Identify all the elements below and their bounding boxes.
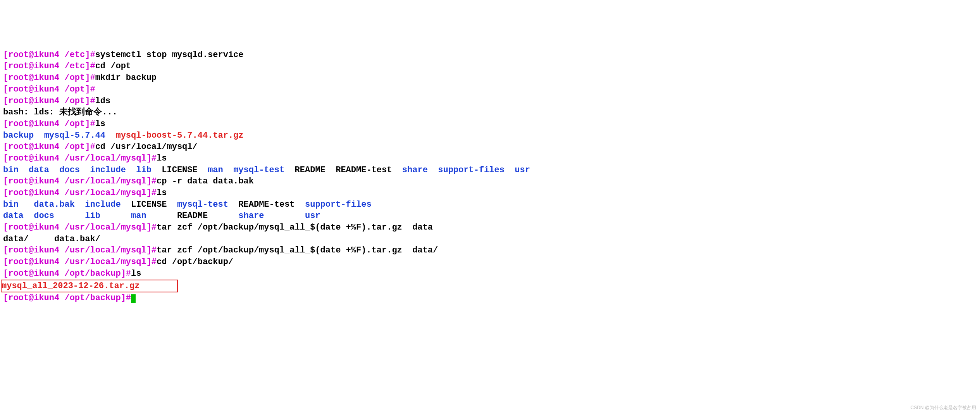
- terminal-output[interactable]: [root@ikun4 /etc]#systemctl stop mysqld.…: [3, 49, 977, 304]
- file-entry: README: [177, 211, 208, 221]
- dir-entry: mysql-5.7.44: [44, 131, 105, 140]
- dir-entry: include: [85, 200, 121, 209]
- dir-entry: usr: [515, 165, 530, 175]
- dir-entry: mysql-test: [177, 200, 228, 209]
- command: lds: [95, 96, 111, 106]
- tab-completion: data/: [3, 234, 29, 244]
- dir-entry: docs: [34, 211, 54, 221]
- dir-entry: share: [238, 211, 264, 221]
- file-entry: LICENSE: [162, 165, 197, 175]
- file-entry: README-test: [336, 165, 392, 175]
- archive-entry: mysql_all_2023-12-26.tar.gz: [2, 281, 140, 291]
- dir-entry: usr: [305, 211, 320, 221]
- dir-entry: backup: [3, 131, 34, 140]
- dir-entry: man: [131, 211, 146, 221]
- output-error: bash: lds: 未找到命令...: [3, 107, 117, 117]
- prompt: [root@ikun4 /opt]#: [3, 73, 95, 83]
- dir-entry: man: [208, 165, 223, 175]
- dir-entry: data: [3, 211, 24, 221]
- prompt: [root@ikun4 /etc]#: [3, 50, 95, 60]
- command: ls: [157, 188, 167, 198]
- command: tar zcf /opt/backup/mysql_all_$(date +%F…: [157, 245, 438, 255]
- prompt: [root@ikun4 /usr/local/mysql]#: [3, 245, 157, 255]
- prompt: [root@ikun4 /opt]#: [3, 119, 95, 129]
- dir-entry: data.bak: [34, 200, 75, 209]
- dir-entry: lib: [136, 165, 152, 175]
- prompt: [root@ikun4 /usr/local/mysql]#: [3, 176, 157, 186]
- dir-entry: include: [90, 165, 126, 175]
- dir-entry: support-files: [305, 200, 372, 209]
- file-entry: README: [295, 165, 326, 175]
- file-entry: README-test: [238, 200, 295, 209]
- dir-entry: support-files: [438, 165, 505, 175]
- command: mkdir backup: [95, 73, 157, 83]
- prompt: [root@ikun4 /opt]#: [3, 96, 95, 106]
- command: cd /usr/local/mysql/: [95, 142, 198, 152]
- dir-entry: share: [402, 165, 428, 175]
- command: cd /opt: [95, 61, 131, 71]
- tab-completion: data.bak/: [54, 234, 100, 244]
- command: cd /opt/backup/: [157, 257, 233, 267]
- prompt: [root@ikun4 /usr/local/mysql]#: [3, 154, 157, 163]
- prompt: [root@ikun4 /usr/local/mysql]#: [3, 223, 157, 232]
- command: ls: [131, 269, 141, 278]
- cursor-icon: [131, 294, 136, 303]
- dir-entry: bin: [3, 165, 19, 175]
- prompt: [root@ikun4 /opt]#: [3, 142, 95, 152]
- command: cp -r data data.bak: [157, 176, 254, 186]
- command: systemctl stop mysqld.service: [95, 50, 244, 60]
- prompt: [root@ikun4 /usr/local/mysql]#: [3, 188, 157, 198]
- prompt: [root@ikun4 /etc]#: [3, 61, 95, 71]
- dir-entry: lib: [85, 211, 100, 221]
- prompt: [root@ikun4 /opt/backup]#: [3, 269, 131, 278]
- dir-entry: bin: [3, 200, 19, 209]
- command: ls: [95, 119, 105, 129]
- prompt: [root@ikun4 /opt/backup]#: [3, 293, 131, 303]
- dir-entry: docs: [59, 165, 80, 175]
- prompt: [root@ikun4 /opt]#: [3, 85, 95, 94]
- dir-entry: mysql-test: [233, 165, 284, 175]
- highlighted-result: mysql_all_2023-12-26.tar.gz: [1, 280, 178, 293]
- file-entry: LICENSE: [131, 200, 167, 209]
- archive-entry: mysql-boost-5.7.44.tar.gz: [115, 131, 243, 140]
- prompt: [root@ikun4 /usr/local/mysql]#: [3, 257, 157, 267]
- command: ls: [157, 154, 167, 163]
- command: tar zcf /opt/backup/mysql_all_$(date +%F…: [157, 223, 433, 232]
- dir-entry: data: [29, 165, 49, 175]
